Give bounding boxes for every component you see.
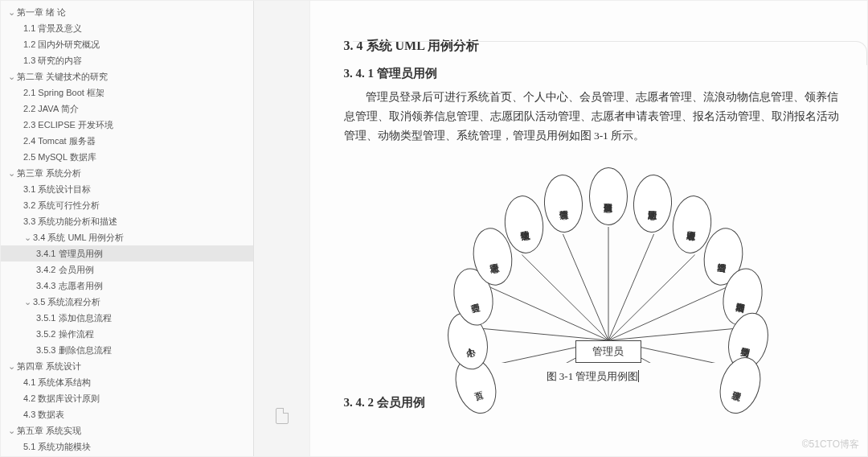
- svg-line-3: [489, 287, 608, 340]
- toc-item[interactable]: 3.3 系统功能分析和描述: [1, 213, 253, 229]
- toc-item[interactable]: 4.3 数据表: [1, 406, 253, 422]
- toc-item-label: 3.2 系统可行性分析: [23, 200, 100, 210]
- toc-item-label: 第一章 绪 论: [17, 7, 66, 17]
- outline-sidebar[interactable]: ⌄第一章 绪 论1.1 背景及意义1.2 国内外研究概况1.3 研究的内容⌄第二…: [1, 1, 254, 456]
- header-rule: [353, 41, 867, 65]
- svg-line-4: [522, 255, 608, 340]
- toc-item-label: 5.1 系统功能模块: [23, 442, 91, 451]
- toc-item-label: 第五章 系统实现: [17, 426, 81, 435]
- toc-item-label: 第二章 关键技术的研究: [17, 72, 108, 81]
- svg-line-8: [608, 255, 695, 340]
- toc-item-label: 第三章 系统分析: [17, 168, 81, 178]
- document-area: 3. 4 系统 UML 用例分析 3. 4. 1 管理员用例 管理员登录后可进行…: [254, 1, 867, 456]
- toc-item[interactable]: 3.2 系统可行性分析: [1, 197, 253, 213]
- toc-item[interactable]: ⌄3.5 系统流程分析: [1, 294, 253, 310]
- toc-item-label: 1.3 研究的内容: [23, 56, 82, 65]
- figure-caption-3-1: 图 3-1 管理员用例图: [344, 369, 842, 384]
- heading-3-4-1: 3. 4. 1 管理员用例: [344, 66, 842, 81]
- uml-usecase-diagram: 管理员 首页个人中心会员管理志愿者管理流浪动物信息管理领养信息管理取消领养信息管…: [344, 154, 842, 363]
- page-content: 3. 4 系统 UML 用例分析 3. 4. 1 管理员用例 管理员登录后可进行…: [328, 9, 858, 425]
- toc-item[interactable]: ⌄第三章 系统分析: [1, 165, 253, 181]
- toc-item-label: 3.5.2 操作流程: [36, 329, 94, 339]
- toc-item[interactable]: 1.1 背景及意义: [1, 20, 253, 36]
- svg-line-7: [608, 234, 654, 340]
- chevron-down-icon: ⌄: [7, 360, 15, 373]
- toc-item[interactable]: ⌄3.4 系统 UML 用例分析: [1, 229, 253, 245]
- toc-item-label: 2.3 ECLIPSE 开发环境: [23, 120, 113, 130]
- toc-item[interactable]: 2.5 MySQL 数据库: [1, 149, 253, 165]
- toc-item-label: 4.1 系统体系结构: [23, 377, 91, 387]
- toc-item[interactable]: 2.4 Tomcat 服务器: [1, 133, 253, 149]
- chevron-down-icon: ⌄: [23, 231, 31, 244]
- chevron-down-icon: ⌄: [7, 6, 15, 19]
- toc-item-label: 1.1 背景及意义: [23, 23, 82, 33]
- toc-item-label: 1.2 国内外研究概况: [23, 39, 100, 49]
- toc-item-label: 3.5 系统流程分析: [33, 297, 100, 307]
- toc-item-label: 3.1 系统设计目标: [23, 184, 91, 194]
- toc-item[interactable]: 4.1 系统体系结构: [1, 374, 253, 390]
- toc-item-label: 3.4.1 管理员用例: [36, 249, 103, 258]
- toc-item[interactable]: 1.3 研究的内容: [1, 52, 253, 68]
- toc-item[interactable]: 4.2 数据库设计原则: [1, 390, 253, 406]
- toc-item[interactable]: ⌄第二章 关键技术的研究: [1, 68, 253, 84]
- toc-item[interactable]: 3.4.1 管理员用例: [1, 245, 253, 261]
- toc-item[interactable]: 3.4.3 志愿者用例: [1, 278, 253, 294]
- toc-item-label: 第四章 系统设计: [17, 361, 81, 371]
- page-gutter: [254, 1, 310, 456]
- toc-item-label: 3.4.3 志愿者用例: [36, 281, 103, 290]
- page-thumbnail-icon[interactable]: [276, 408, 289, 424]
- toc-item-label: 2.5 MySQL 数据库: [23, 152, 96, 162]
- svg-line-9: [608, 287, 727, 340]
- toc-item[interactable]: 3.1 系统设计目标: [1, 181, 253, 197]
- toc-item[interactable]: 3.4.2 会员用例: [1, 261, 253, 278]
- svg-line-5: [563, 234, 608, 340]
- toc-item[interactable]: 5.2 管理员功能模块: [1, 455, 253, 456]
- toc-item[interactable]: 1.2 国内外研究概况: [1, 36, 253, 52]
- svg-line-10: [608, 327, 748, 340]
- svg-line-2: [469, 327, 608, 340]
- toc-item-label: 3.4.2 会员用例: [36, 265, 94, 274]
- chevron-down-icon: ⌄: [7, 167, 15, 179]
- toc-item[interactable]: 5.1 系统功能模块: [1, 438, 253, 455]
- chevron-down-icon: ⌄: [7, 70, 15, 83]
- toc-item-label: 2.1 Spring Boot 框架: [23, 88, 104, 97]
- watermark: ©51CTO博客: [802, 438, 859, 451]
- toc-item-label: 3.5.1 添加信息流程: [36, 313, 112, 323]
- toc-item-label: 3.5.3 删除信息流程: [36, 345, 112, 355]
- toc-item-label: 4.2 数据库设计原则: [23, 393, 100, 403]
- toc-item[interactable]: ⌄第五章 系统实现: [1, 422, 253, 438]
- toc-item[interactable]: 3.5.2 操作流程: [1, 326, 253, 342]
- chevron-down-icon: ⌄: [7, 424, 15, 437]
- toc-item-label: 2.4 Tomcat 服务器: [23, 136, 96, 146]
- toc-item[interactable]: 3.5.3 删除信息流程: [1, 342, 253, 358]
- toc-item-label: 2.2 JAVA 简介: [23, 104, 79, 113]
- uml-usecase-ellipse: 取消领养信息管理: [589, 167, 628, 225]
- chevron-down-icon: ⌄: [23, 295, 31, 308]
- uml-actor-admin: 管理员: [575, 340, 641, 363]
- toc-item-label: 3.4 系统 UML 用例分析: [33, 233, 124, 242]
- toc-item-label: 4.3 数据表: [23, 410, 64, 419]
- toc-item[interactable]: 2.3 ECLIPSE 开发环境: [1, 117, 253, 133]
- toc-item[interactable]: 3.5.1 添加信息流程: [1, 310, 253, 326]
- toc-item[interactable]: ⌄第一章 绪 论: [1, 4, 253, 20]
- app-root: ⌄第一章 绪 论1.1 背景及意义1.2 国内外研究概况1.3 研究的内容⌄第二…: [0, 0, 868, 457]
- toc-item[interactable]: ⌄第四章 系统设计: [1, 358, 253, 374]
- toc-item[interactable]: 2.1 Spring Boot 框架: [1, 84, 253, 101]
- paragraph-admin-usecase: 管理员登录后可进行系统首页、个人中心、会员管理、志愿者管理、流浪动物信息管理、领…: [344, 88, 842, 146]
- toc-item-label: 3.3 系统功能分析和描述: [23, 216, 117, 226]
- heading-3-4-2: 3. 4. 2 会员用例: [344, 395, 842, 410]
- toc-item[interactable]: 2.2 JAVA 简介: [1, 101, 253, 117]
